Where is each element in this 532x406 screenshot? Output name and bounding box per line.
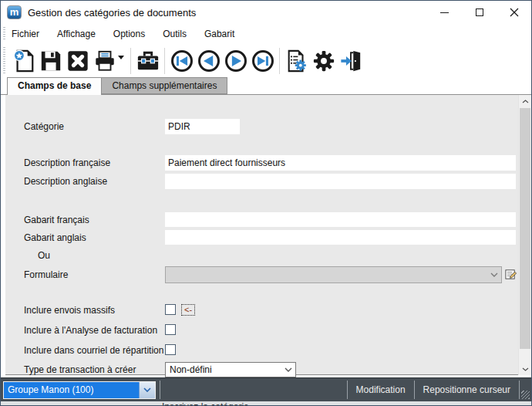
type-transaction-value: Non-défini xyxy=(166,364,281,375)
type-transaction-dropdown[interactable]: Non-défini xyxy=(165,362,296,377)
scroll-up-button[interactable] xyxy=(519,95,531,107)
app-window: m Gestion des catégories de documents Fi… xyxy=(0,0,532,406)
toolbar xyxy=(1,44,531,77)
settings-button[interactable] xyxy=(310,46,337,75)
status-mode: Modification xyxy=(348,384,414,395)
analyse-facturation-checkbox[interactable] xyxy=(165,324,176,335)
menu-gabarit[interactable]: Gabarit xyxy=(204,29,234,39)
gabarit-fr-label: Gabarit français xyxy=(24,215,89,225)
tab-champs-supplementaires[interactable]: Champs supplémentaires xyxy=(102,77,227,94)
first-record-button[interactable] xyxy=(168,46,195,75)
formulaire-label: Formulaire xyxy=(24,269,68,280)
save-icon xyxy=(39,49,62,73)
status-right: Modification Repositionne curseur xyxy=(347,378,531,401)
next-record-button[interactable] xyxy=(222,46,249,75)
previous-record-icon xyxy=(197,49,221,73)
menu-affichage[interactable]: Affichage xyxy=(57,29,96,39)
scrollbar-thumb[interactable] xyxy=(520,108,530,349)
toolbar-separator xyxy=(130,48,131,74)
report-settings-icon xyxy=(285,49,308,73)
envois-massifs-label: Inclure envois massifs xyxy=(24,305,115,316)
resize-grip[interactable] xyxy=(520,378,531,401)
form-panel: Catégorie Description française Descript… xyxy=(5,95,518,375)
description-fr-input[interactable] xyxy=(165,155,516,171)
last-record-button[interactable] xyxy=(249,46,276,75)
scroll-down-button[interactable] xyxy=(519,363,531,375)
courriel-repartition-checkbox[interactable] xyxy=(165,344,176,355)
toolbox-button[interactable] xyxy=(134,46,161,75)
minimize-icon xyxy=(440,12,449,13)
description-en-input[interactable] xyxy=(165,174,516,189)
type-transaction-label: Type de transaction à créer xyxy=(24,364,136,375)
new-document-icon xyxy=(12,49,35,73)
tab-champs-de-base[interactable]: Champs de base xyxy=(7,77,102,95)
description-fr-label: Description française xyxy=(24,157,110,168)
minimize-button[interactable] xyxy=(427,1,462,24)
next-record-icon xyxy=(224,49,247,73)
categorie-input[interactable] xyxy=(165,119,240,134)
courriel-repartition-label: Inclure dans courriel de répartition xyxy=(24,345,163,356)
chevron-down-icon xyxy=(487,272,501,277)
gabarit-en-input[interactable] xyxy=(165,230,516,245)
categorie-label: Catégorie xyxy=(24,121,64,132)
close-button[interactable] xyxy=(497,1,531,24)
titlebar: m Gestion des catégories de documents xyxy=(1,1,531,24)
form-edit-icon xyxy=(504,268,517,281)
menu-outils[interactable]: Outils xyxy=(163,29,187,39)
settings-gear-icon xyxy=(312,49,335,73)
formulaire-edit-button[interactable] xyxy=(503,266,518,283)
app-icon: m xyxy=(7,5,22,19)
close-icon xyxy=(510,8,519,17)
toolbar-grip[interactable] xyxy=(3,47,5,74)
formulaire-dropdown[interactable] xyxy=(165,266,502,283)
content-area: Catégorie Description française Descript… xyxy=(1,95,531,377)
statusbar: Groupe Manon (100) Modification Repositi… xyxy=(1,377,531,401)
tabstrip: Champs de base Champs supplémentaires xyxy=(1,77,531,95)
maximize-icon xyxy=(476,8,483,16)
chevron-down-icon xyxy=(522,367,529,371)
description-en-label: Description anglaise xyxy=(24,176,107,187)
vertical-scrollbar[interactable] xyxy=(518,95,531,375)
focus-marker: <- xyxy=(181,304,195,316)
ou-label: Ou xyxy=(38,250,50,261)
menu-fichier[interactable]: Fichier xyxy=(12,29,39,39)
report-settings-button[interactable] xyxy=(283,46,310,75)
menubar-grip[interactable] xyxy=(3,27,5,41)
toolbox-icon xyxy=(136,49,160,73)
status-hint-clipped: Inscrivez la catégorie xyxy=(1,401,531,405)
envois-massifs-checkbox[interactable] xyxy=(165,304,176,315)
new-document-button[interactable] xyxy=(10,46,37,75)
window-title: Gestion des catégories de documents xyxy=(28,7,196,19)
print-icon xyxy=(93,49,116,73)
print-dropdown-caret[interactable] xyxy=(118,56,124,59)
status-separator xyxy=(160,381,160,399)
menubar: Fichier Affichage Options Outils Gabarit xyxy=(1,24,531,44)
toolbar-separator xyxy=(164,48,165,74)
last-record-icon xyxy=(251,49,274,73)
analyse-facturation-label: Inclure à l'Analyse de facturation xyxy=(24,325,157,336)
toolbar-separator xyxy=(279,48,280,74)
first-record-icon xyxy=(170,49,194,73)
delete-icon xyxy=(66,49,89,73)
gabarit-fr-input[interactable] xyxy=(165,212,516,227)
group-selector-dropdown[interactable]: Groupe Manon (100) xyxy=(3,381,156,399)
maximize-button[interactable] xyxy=(462,1,497,24)
print-button[interactable] xyxy=(91,46,118,75)
gabarit-en-label: Gabarit anglais xyxy=(24,232,86,243)
save-button[interactable] xyxy=(37,46,64,75)
chevron-down-icon xyxy=(281,367,295,372)
previous-record-button[interactable] xyxy=(195,46,222,75)
exit-door-icon xyxy=(339,49,362,73)
menu-options[interactable]: Options xyxy=(113,29,145,39)
exit-button[interactable] xyxy=(337,46,364,75)
status-cursor-mode: Repositionne curseur xyxy=(415,384,519,395)
delete-button[interactable] xyxy=(64,46,91,75)
chevron-up-icon xyxy=(522,100,529,103)
status-hint-text: Inscrivez la catégorie xyxy=(162,401,531,405)
window-controls xyxy=(427,1,531,24)
chevron-down-icon[interactable] xyxy=(139,382,155,398)
group-selector-value: Groupe Manon (100) xyxy=(4,384,139,395)
